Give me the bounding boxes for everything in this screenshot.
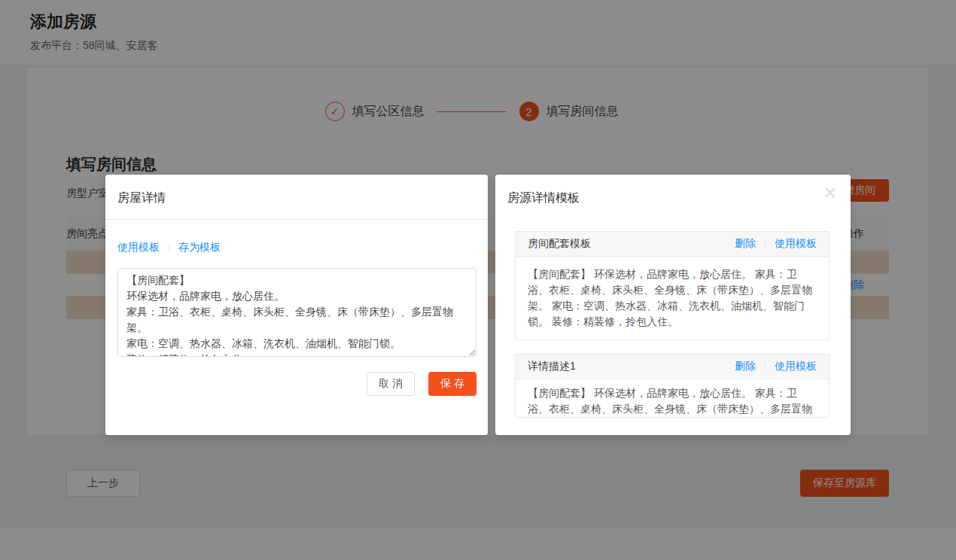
template-card: 房间配套模板 删除 使用模板 【房间配套】 环保选材，品牌家电，放心居住。 家具… xyxy=(515,231,830,340)
link-divider xyxy=(765,361,766,372)
template-delete-link[interactable]: 删除 xyxy=(735,360,756,373)
template-card-header: 房间配套模板 删除 使用模板 xyxy=(516,232,829,257)
template-modal-title: 房源详情模板 xyxy=(495,175,851,206)
template-list-modal: 房源详情模板 ✕ 房间配套模板 删除 使用模板 【房间配套】 环保选材，品牌家电… xyxy=(495,175,851,435)
use-template-link[interactable]: 使用模板 xyxy=(117,241,160,254)
link-divider xyxy=(169,242,169,253)
template-card-header: 详情描述1 删除 使用模板 xyxy=(516,355,829,379)
template-content: 【房间配套】 环保选材，品牌家电，放心居住。 家具：卫浴、衣柜、桌椅、床头柜、全… xyxy=(516,379,829,417)
save-as-template-link[interactable]: 存为模板 xyxy=(178,241,221,254)
save-button[interactable]: 保 存 xyxy=(428,372,476,396)
template-content: 【房间配套】 环保选材，品牌家电，放心居住。 家具：卫浴、衣柜、桌椅、床头柜、全… xyxy=(516,257,829,339)
template-card-list: 房间配套模板 删除 使用模板 【房间配套】 环保选材，品牌家电，放心居住。 家具… xyxy=(515,231,830,418)
house-detail-textarea[interactable]: 【房间配套】 环保选材，品牌家电，放心居住。 家具：卫浴、衣柜、桌椅、床头柜、全… xyxy=(117,268,476,357)
house-detail-modal: 房屋详情 使用模板 存为模板 【房间配套】 环保选材，品牌家电，放心居住。 家具… xyxy=(105,175,488,435)
link-divider xyxy=(765,239,766,249)
template-name: 详情描述1 xyxy=(528,360,735,373)
house-detail-modal-header: 房屋详情 xyxy=(105,175,488,220)
template-card: 详情描述1 删除 使用模板 【房间配套】 环保选材，品牌家电，放心居住。 家具：… xyxy=(515,354,830,418)
close-icon[interactable]: ✕ xyxy=(821,182,840,205)
house-detail-modal-title: 房屋详情 xyxy=(117,190,470,206)
template-use-link[interactable]: 使用模板 xyxy=(775,360,817,373)
template-name: 房间配套模板 xyxy=(528,237,735,251)
template-use-link[interactable]: 使用模板 xyxy=(775,237,817,251)
cancel-button[interactable]: 取 消 xyxy=(367,372,415,396)
template-delete-link[interactable]: 删除 xyxy=(735,237,756,251)
